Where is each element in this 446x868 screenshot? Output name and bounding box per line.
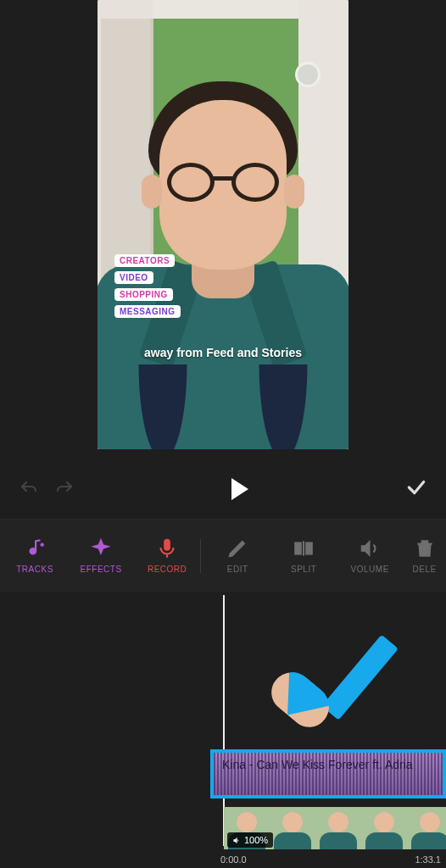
svg-rect-1 [295, 543, 301, 554]
video-preview-area: CREATORS VIDEO SHOPPING MESSAGING away f… [0, 0, 446, 458]
tool-label: EFFECTS [81, 565, 122, 574]
sparkle-icon [90, 537, 112, 559]
video-thumb [315, 807, 361, 849]
confirm-button[interactable] [405, 476, 427, 502]
transport-controls [0, 468, 446, 510]
tool-effects[interactable]: EFFECTS [68, 537, 134, 574]
preview-ceiling-detector [298, 64, 318, 85]
music-plus-icon [24, 537, 46, 559]
video-thumb [270, 807, 315, 849]
preview-tag-stack: CREATORS VIDEO SHOPPING MESSAGING [114, 254, 181, 318]
tool-label: VOLUME [351, 565, 389, 574]
audio-clip-title: Kina - Can We Kiss Forever ft. Adria [222, 758, 439, 771]
tool-label: RECORD [148, 565, 187, 574]
annotation-arrow [270, 594, 443, 768]
tool-label: TRACKS [16, 565, 53, 574]
video-volume-value: 100% [244, 835, 268, 845]
time-start: 0:00.0 [220, 854, 247, 865]
tool-label: EDIT [227, 565, 248, 574]
timeline[interactable]: Kina - Can We Kiss Forever ft. Adria 100… [0, 592, 446, 868]
video-preview[interactable]: CREATORS VIDEO SHOPPING MESSAGING away f… [98, 0, 348, 449]
mic-icon [156, 537, 178, 559]
speaker-icon [359, 537, 381, 559]
tool-record[interactable]: RECORD [134, 537, 200, 574]
preview-tag: CREATORS [114, 254, 175, 267]
speaker-icon [232, 836, 242, 845]
tool-label: DELE [413, 565, 437, 574]
preview-tag: SHOPPING [114, 288, 173, 301]
tool-label: SPLIT [291, 565, 316, 574]
preview-tag: MESSAGING [114, 305, 181, 318]
tool-volume: VOLUME [337, 537, 403, 574]
play-button[interactable] [231, 478, 248, 500]
tool-edit: EDIT [204, 537, 270, 574]
video-thumb [361, 807, 407, 849]
video-volume-badge[interactable]: 100% [227, 832, 273, 848]
time-end: 1:33.1 [415, 854, 441, 865]
split-icon [293, 537, 315, 559]
video-thumb [407, 807, 446, 849]
toolbar-separator [200, 539, 201, 573]
trash-icon [414, 537, 436, 559]
edit-toolbar: TRACKSEFFECTSRECORDEDITSPLITVOLUMEDELE [0, 519, 446, 592]
audio-clip-selected[interactable]: Kina - Can We Kiss Forever ft. Adria [210, 749, 446, 798]
time-ruler: 0:00.0 1:33.1 [0, 854, 446, 868]
preview-tag: VIDEO [114, 271, 153, 284]
svg-rect-0 [164, 539, 170, 550]
preview-glasses [167, 163, 279, 202]
tool-tracks[interactable]: TRACKS [2, 537, 68, 574]
preview-caption: away from Feed and Stories [98, 346, 348, 359]
redo-icon[interactable] [54, 479, 75, 499]
svg-rect-2 [306, 543, 312, 554]
tool-delete: DELE [403, 537, 446, 574]
undo-icon[interactable] [19, 479, 39, 499]
pencil-icon [226, 537, 248, 559]
tool-split: SPLIT [270, 537, 337, 574]
